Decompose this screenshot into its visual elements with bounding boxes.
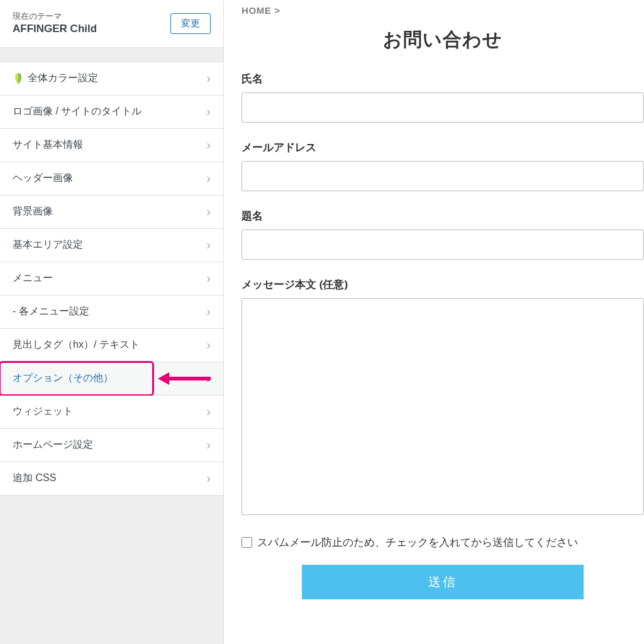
page-title: お問い合わせ xyxy=(242,27,644,53)
field-email: メールアドレス xyxy=(242,140,644,191)
sidebar-item-label: 見出しタグ（hx）/ テキスト xyxy=(13,338,140,352)
sidebar-menu: 全体カラー設定›ロゴ画像 / サイトのタイトル›サイト基本情報›ヘッダー画像›背… xyxy=(0,62,223,496)
sidebar-item-11[interactable]: ホームページ設定› xyxy=(0,429,223,462)
sidebar-item-6[interactable]: メニュー› xyxy=(0,262,223,296)
email-input[interactable] xyxy=(242,161,644,191)
sidebar-spacer xyxy=(0,48,223,62)
chevron-right-icon: › xyxy=(206,71,211,86)
chevron-right-icon: › xyxy=(206,471,211,486)
sidebar-item-1[interactable]: ロゴ画像 / サイトのタイトル› xyxy=(0,96,223,129)
field-subject: 題名 xyxy=(242,209,644,260)
sidebar-item-label: ホームページ設定 xyxy=(13,438,93,452)
subject-label: 題名 xyxy=(242,209,644,223)
sidebar-item-label: ロゴ画像 / サイトのタイトル xyxy=(13,105,142,118)
spam-check-row: スパムメール防止のため、チェックを入れてから送信してください xyxy=(242,535,644,550)
sidebar-item-2[interactable]: サイト基本情報› xyxy=(0,129,223,162)
chevron-right-icon: › xyxy=(206,371,211,386)
sidebar-item-label: 追加 CSS xyxy=(13,472,56,485)
sidebar-item-label: 全体カラー設定 xyxy=(28,72,98,85)
sidebar-item-9[interactable]: オプション（その他）› xyxy=(0,362,223,396)
sidebar-item-10[interactable]: ウィジェット› xyxy=(0,396,223,429)
leaf-icon xyxy=(13,72,24,85)
theme-info-box: 現在のテーマ AFFINGER Child 変更 xyxy=(0,0,223,48)
message-textarea[interactable] xyxy=(242,298,644,515)
chevron-right-icon: › xyxy=(206,338,211,352)
breadcrumb[interactable]: HOME > xyxy=(242,5,644,16)
change-theme-button[interactable]: 変更 xyxy=(170,13,211,34)
sidebar-item-8[interactable]: 見出しタグ（hx）/ テキスト› xyxy=(0,329,223,362)
sidebar-item-label: 背景画像 xyxy=(13,205,53,218)
sidebar-item-label: 基本エリア設定 xyxy=(13,238,83,252)
preview-pane: HOME > お問い合わせ 氏名 メールアドレス 題名 メッセージ本文 (任意)… xyxy=(224,0,644,644)
sidebar-item-label: サイト基本情報 xyxy=(13,138,83,152)
chevron-right-icon: › xyxy=(206,271,211,286)
sidebar-item-label: オプション（その他） xyxy=(13,372,113,385)
name-input[interactable] xyxy=(242,92,644,123)
chevron-right-icon: › xyxy=(206,104,211,119)
sidebar-filler xyxy=(0,496,223,644)
sidebar-item-label: メニュー xyxy=(13,272,53,285)
sidebar-item-label: - 各メニュー設定 xyxy=(13,305,89,318)
sidebar-item-4[interactable]: 背景画像› xyxy=(0,196,223,229)
field-message: メッセージ本文 (任意) xyxy=(242,277,644,518)
spam-checkbox[interactable] xyxy=(242,537,252,548)
name-label: 氏名 xyxy=(242,72,644,86)
current-theme-label: 現在のテーマ xyxy=(13,11,97,22)
annotation-arrow-icon xyxy=(157,371,212,386)
chevron-right-icon: › xyxy=(206,171,211,186)
chevron-right-icon: › xyxy=(206,238,211,252)
field-name: 氏名 xyxy=(242,72,644,123)
chevron-right-icon: › xyxy=(206,304,211,319)
sidebar-item-12[interactable]: 追加 CSS› xyxy=(0,462,223,496)
chevron-right-icon: › xyxy=(206,438,211,452)
chevron-right-icon: › xyxy=(206,138,211,152)
customizer-sidebar: 現在のテーマ AFFINGER Child 変更 全体カラー設定›ロゴ画像 / … xyxy=(0,0,224,644)
sidebar-item-label: ヘッダー画像 xyxy=(13,172,73,185)
message-label: メッセージ本文 (任意) xyxy=(242,277,644,292)
sidebar-item-7[interactable]: - 各メニュー設定› xyxy=(0,296,223,329)
sidebar-item-3[interactable]: ヘッダー画像› xyxy=(0,162,223,196)
subject-input[interactable] xyxy=(242,230,644,260)
chevron-right-icon: › xyxy=(206,404,211,419)
email-label: メールアドレス xyxy=(242,140,644,155)
sidebar-item-label: ウィジェット xyxy=(13,405,73,418)
sidebar-item-5[interactable]: 基本エリア設定› xyxy=(0,229,223,262)
submit-button[interactable]: 送信 xyxy=(302,565,584,599)
theme-name: AFFINGER Child xyxy=(13,22,97,36)
sidebar-item-0[interactable]: 全体カラー設定› xyxy=(0,62,223,96)
spam-check-label: スパムメール防止のため、チェックを入れてから送信してください xyxy=(257,535,578,550)
chevron-right-icon: › xyxy=(206,204,211,219)
